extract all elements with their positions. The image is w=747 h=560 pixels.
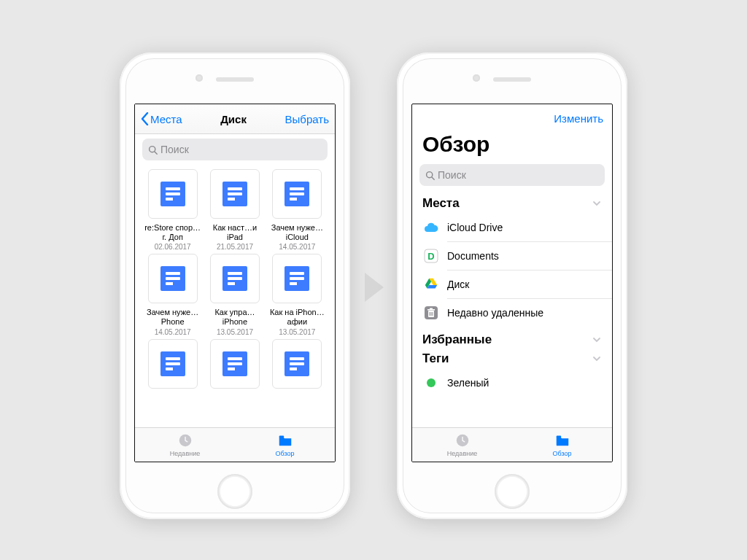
file-name: re:Store спор…г. Доп (144, 223, 201, 241)
tab-browse[interactable]: Обзор (235, 428, 335, 462)
svg-line-1 (155, 151, 157, 153)
section-locations-header[interactable]: Места (412, 190, 612, 214)
tab-label: Недавние (447, 450, 477, 457)
doc-thumbnail (148, 169, 198, 219)
svg-rect-3 (279, 436, 283, 438)
screen-browse: Изменить Обзор Поиск Места iClo (411, 104, 613, 462)
page-title: Обзор (412, 132, 612, 164)
gdoc-icon (160, 351, 185, 376)
tag-row-green[interactable]: Зеленый (412, 369, 612, 397)
file-grid[interactable]: re:Store спор…г. Доп 02.06.2017 Как наст… (135, 165, 335, 427)
gdoc-icon (285, 266, 309, 291)
folder-icon (277, 432, 293, 448)
search-placeholder: Поиск (160, 144, 189, 155)
location-row-documents[interactable]: D Documents (412, 242, 612, 270)
search-icon (148, 145, 158, 155)
home-button[interactable] (217, 474, 252, 509)
location-row-icloud[interactable]: iCloud Drive (412, 214, 612, 241)
doc-thumbnail (210, 169, 260, 219)
location-label: Диск (447, 279, 469, 290)
chevron-down-icon (592, 335, 602, 345)
svg-text:D: D (427, 251, 434, 262)
gdoc-icon (222, 266, 247, 291)
doc-thumbnail (210, 339, 260, 389)
section-title: Избранные (422, 332, 492, 347)
file-item[interactable]: Как на iPhon…афии 13.05.2017 (267, 254, 328, 335)
gdoc-icon (285, 182, 309, 206)
gdoc-icon (160, 182, 185, 206)
tab-bar: Недавние Обзор (135, 427, 335, 462)
file-name: Как упра…iPhone (206, 308, 263, 326)
svg-rect-11 (430, 308, 433, 310)
file-item[interactable]: Зачем нуже…Phone 14.05.2017 (142, 254, 203, 335)
location-label: Недавно удаленные (447, 307, 543, 319)
tab-label: Обзор (553, 450, 572, 457)
location-label: Documents (447, 250, 499, 262)
select-button[interactable]: Выбрать (285, 113, 329, 125)
section-favorites-header[interactable]: Избранные (412, 327, 612, 350)
search-field[interactable]: Поиск (142, 139, 328, 160)
back-button[interactable]: Места (141, 112, 182, 125)
file-item[interactable] (267, 339, 328, 393)
trash-icon (422, 304, 440, 322)
edit-button[interactable]: Изменить (554, 112, 603, 125)
search-placeholder: Поиск (438, 169, 466, 181)
doc-thumbnail (148, 339, 198, 389)
gdoc-icon (222, 351, 247, 376)
file-item[interactable]: Как упра…iPhone 13.05.2017 (204, 254, 265, 335)
doc-thumbnail (272, 254, 322, 303)
location-label: iCloud Drive (447, 222, 503, 233)
file-item[interactable] (204, 339, 265, 393)
speaker-slot (216, 77, 254, 82)
clock-icon (454, 432, 471, 448)
file-date: 13.05.2017 (279, 328, 315, 336)
doc-thumbnail (272, 169, 322, 219)
file-date: 14.05.2017 (279, 243, 315, 251)
nav-bar: Изменить (412, 104, 612, 132)
search-icon (425, 171, 435, 180)
tab-recents[interactable]: Недавние (412, 428, 512, 462)
icloud-icon (422, 219, 440, 236)
folder-icon (554, 432, 570, 448)
file-name: Как на iPhon…афии (268, 308, 325, 326)
back-label: Места (150, 113, 182, 125)
file-item[interactable]: re:Store спор…г. Доп 02.06.2017 (142, 169, 203, 251)
file-name: Как наст…и iPad (206, 223, 263, 241)
location-row-gdrive[interactable]: Диск (412, 271, 612, 298)
nav-title: Диск (220, 113, 247, 125)
documents-app-icon: D (422, 247, 440, 265)
tab-recents[interactable]: Недавние (135, 428, 235, 462)
file-item[interactable]: Зачем нуже…iCloud 14.05.2017 (267, 169, 328, 251)
speaker-slot (493, 77, 531, 82)
clock-icon (177, 432, 193, 448)
tag-dot-icon (422, 374, 440, 392)
gdoc-icon (285, 351, 309, 376)
file-date: 13.05.2017 (217, 328, 253, 336)
doc-thumbnail (272, 339, 322, 389)
front-camera (196, 74, 203, 82)
screen-disk: Места Диск Выбрать Поиск re:Store спор…г… (134, 104, 336, 462)
nav-bar: Места Диск Выбрать (135, 104, 335, 134)
file-item[interactable] (142, 339, 203, 393)
phone-left: Места Диск Выбрать Поиск re:Store спор…г… (120, 52, 350, 519)
arrow-right-icon (362, 271, 387, 303)
file-date: 14.05.2017 (155, 328, 191, 336)
svg-line-5 (432, 176, 434, 179)
doc-thumbnail (148, 254, 198, 303)
file-item[interactable]: Как наст…и iPad 21.05.2017 (204, 169, 265, 251)
tag-label: Зеленый (447, 377, 489, 389)
tab-label: Обзор (276, 450, 295, 457)
section-title: Теги (422, 351, 449, 366)
google-drive-icon (422, 276, 440, 293)
chevron-left-icon (141, 112, 149, 125)
tab-bar: Недавние Обзор (412, 427, 612, 462)
search-field[interactable]: Поиск (419, 164, 605, 186)
home-button[interactable] (495, 474, 530, 509)
location-row-trash[interactable]: Недавно удаленные (412, 299, 612, 327)
doc-thumbnail (210, 254, 260, 303)
file-date: 21.05.2017 (217, 243, 253, 251)
section-tags-header[interactable]: Теги (412, 350, 612, 369)
tab-browse[interactable]: Обзор (512, 428, 612, 462)
file-name: Зачем нуже…iCloud (268, 223, 325, 241)
gdoc-icon (160, 266, 185, 291)
